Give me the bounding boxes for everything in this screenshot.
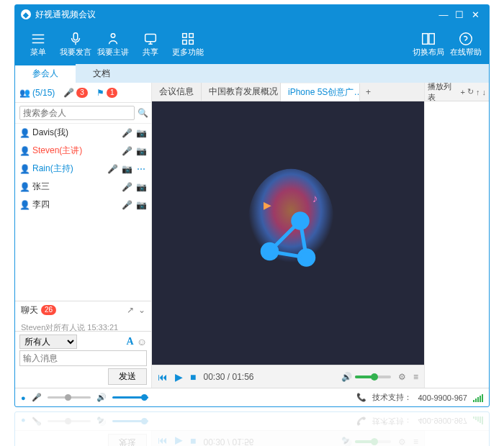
menu-button[interactable]: 菜单 xyxy=(19,31,57,58)
player-stop-button[interactable]: ■ xyxy=(190,371,196,383)
request-present-button[interactable]: 我要主讲 xyxy=(94,31,132,58)
chat-send-button[interactable]: 发送 xyxy=(108,434,147,446)
playlist-up-icon[interactable]: ↑ xyxy=(476,88,480,96)
player-list-icon[interactable]: ≡ xyxy=(413,372,418,382)
presenter-icon xyxy=(105,31,121,47)
participant-mic-icon[interactable]: 🎤 xyxy=(121,128,132,138)
svg-rect-2 xyxy=(145,34,156,41)
emoji-icon[interactable]: ☺ xyxy=(137,336,147,347)
search-icon[interactable]: 🔍 xyxy=(138,108,148,118)
participant-name: Steven(主讲) xyxy=(32,145,118,157)
player-settings-icon[interactable]: ⚙ xyxy=(398,437,406,447)
participant-row[interactable]: 👤 Steven(主讲) 🎤 📷 xyxy=(15,142,151,160)
doc-tab[interactable]: 会议信息 xyxy=(152,83,202,101)
speaker-volume-slider[interactable] xyxy=(112,396,148,399)
app-title: 好视通视频会议 xyxy=(35,9,96,21)
font-style-icon[interactable]: A xyxy=(127,336,134,347)
share-logo-art: ♪ ▶ xyxy=(227,166,349,288)
chat-collapse-icon[interactable]: ⌄ xyxy=(138,305,145,315)
person-icon: 👤 xyxy=(19,200,30,210)
playlist-refresh-icon[interactable]: ↻ xyxy=(467,87,474,96)
subtab-people[interactable]: 👥 (5/15) xyxy=(19,88,55,98)
status-network-icon: ● xyxy=(21,417,26,426)
player-play-button[interactable]: ▶ xyxy=(175,437,183,447)
participant-mic-icon[interactable]: 🎤 xyxy=(121,200,132,210)
support-phone: 400-9900-967 xyxy=(418,393,467,402)
playlist-down-icon[interactable]: ↓ xyxy=(482,88,487,96)
status-mic-icon[interactable]: 🎤 xyxy=(32,417,42,426)
doc-tab-label: 中国教育发展概况 xyxy=(209,86,278,98)
player-prev-button[interactable]: ⏮ xyxy=(158,371,168,383)
chat-popout-icon[interactable]: ↗ xyxy=(127,305,134,315)
player-list-icon[interactable]: ≡ xyxy=(413,437,418,447)
player-stop-button[interactable]: ■ xyxy=(190,437,196,447)
switch-layout-button[interactable]: 切换布局 xyxy=(410,31,447,58)
participant-mic-icon[interactable]: 🎤 xyxy=(121,146,132,156)
window-close-button[interactable]: ✕ xyxy=(467,9,483,20)
more-functions-button[interactable]: 更多功能 xyxy=(169,31,207,58)
volume-icon[interactable]: 🔊 xyxy=(341,372,352,382)
playlist-body xyxy=(425,101,489,388)
svg-point-16 xyxy=(299,250,313,265)
tab-documents[interactable]: 文档 xyxy=(76,64,127,83)
person-icon: 👤 xyxy=(19,146,30,156)
player-prev-button[interactable]: ⏮ xyxy=(158,437,168,447)
volume-slider[interactable] xyxy=(355,376,391,378)
status-speaker-icon[interactable]: 🔊 xyxy=(96,417,107,426)
player-play-button[interactable]: ▶ xyxy=(175,371,183,383)
playlist-body xyxy=(425,431,489,446)
participant-row[interactable]: 👤 Davis(我) 🎤 📷 xyxy=(15,124,151,142)
chat-send-button[interactable]: 发送 xyxy=(108,368,147,385)
participant-row[interactable]: 👤 Rain(主持) 🎤 📷 ⋯ xyxy=(15,160,151,178)
participant-cam-icon[interactable]: 📷 xyxy=(135,200,147,210)
status-mic-icon[interactable]: 🎤 xyxy=(32,393,42,402)
participant-row[interactable]: 👤 张三 🎤 📷 xyxy=(15,178,151,196)
subtab-flag[interactable]: ⚑ 1 xyxy=(96,88,118,98)
phone-icon: 📞 xyxy=(356,417,366,426)
participant-row[interactable]: 👤 李四 🎤 📷 xyxy=(15,196,151,214)
share-button[interactable]: 共享 xyxy=(132,31,169,58)
svg-rect-6 xyxy=(189,40,194,44)
doc-tab[interactable]: iPhone 5S创意广…✕ xyxy=(281,83,360,101)
participant-cam-icon[interactable]: 📷 xyxy=(135,128,147,138)
tab-participants[interactable]: 参会人 xyxy=(15,64,76,83)
window-maximize-button[interactable]: ☐ xyxy=(451,9,467,20)
status-network-icon: ● xyxy=(21,393,26,402)
participant-name: 李四 xyxy=(32,199,118,211)
grid-icon xyxy=(180,31,196,47)
status-speaker-icon[interactable]: 🔊 xyxy=(96,393,107,402)
support-label: 技术支持： xyxy=(372,392,412,403)
request-speak-button[interactable]: 我要发言 xyxy=(57,31,94,58)
people-icon: 👥 xyxy=(19,88,30,98)
volume-icon[interactable]: 🔊 xyxy=(341,437,352,447)
video-canvas: ♪ ▶ xyxy=(152,101,424,365)
chat-input[interactable] xyxy=(19,350,147,366)
chat-unread-badge: 26 xyxy=(41,305,56,315)
player-settings-icon[interactable]: ⚙ xyxy=(398,372,406,382)
svg-rect-0 xyxy=(73,32,78,40)
online-help-button[interactable]: 在线帮助 xyxy=(447,31,485,58)
subtab-mic[interactable]: 🎤 3 xyxy=(63,88,88,98)
volume-slider[interactable] xyxy=(355,441,391,444)
flag-icon: ⚑ xyxy=(96,88,104,98)
person-icon: 👤 xyxy=(19,164,30,174)
participant-cam-icon[interactable]: 📷 xyxy=(135,146,147,156)
participant-more-icon[interactable]: ⋯ xyxy=(135,164,147,174)
window-minimize-button[interactable]: — xyxy=(436,9,451,20)
support-phone: 400-9900-967 xyxy=(418,417,467,426)
doc-tab-add-button[interactable]: + xyxy=(360,87,377,97)
participant-cam-icon[interactable]: 📷 xyxy=(135,182,147,192)
speaker-volume-slider[interactable] xyxy=(112,420,148,422)
player-time: 00:30 / 01:56 xyxy=(203,372,253,382)
doc-tab[interactable]: 中国教育发展概况✕ xyxy=(202,83,281,101)
search-input[interactable] xyxy=(19,106,135,120)
participant-mic-icon[interactable]: 🎤 xyxy=(121,182,132,192)
chat-target-select[interactable]: 所有人 xyxy=(19,334,77,349)
svg-text:♪: ♪ xyxy=(312,193,318,205)
support-label: 技术支持： xyxy=(372,416,412,427)
participant-cam-icon[interactable]: 📷 xyxy=(121,164,132,174)
mic-volume-slider[interactable] xyxy=(48,420,91,422)
mic-volume-slider[interactable] xyxy=(48,396,91,399)
playlist-add-icon[interactable]: + xyxy=(461,88,465,96)
participant-mic-icon[interactable]: 🎤 xyxy=(107,164,118,174)
